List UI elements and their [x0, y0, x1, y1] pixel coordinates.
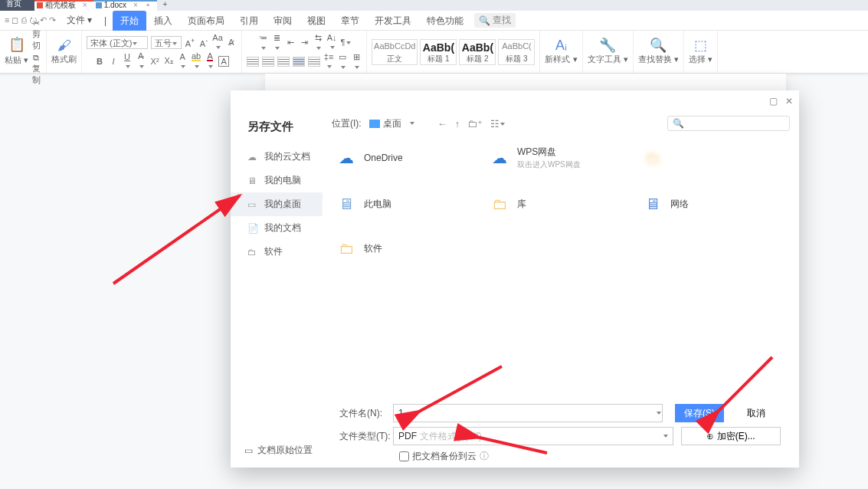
up-icon[interactable]: ↑	[455, 118, 460, 130]
style-heading2[interactable]: AaBb(标题 2	[459, 39, 496, 65]
view-icon[interactable]: ☷	[490, 118, 505, 130]
menu-tab-references[interactable]: 引用	[232, 11, 266, 31]
menu-tab-review[interactable]: 审阅	[266, 11, 300, 31]
subscript-button[interactable]: X₂	[163, 56, 174, 66]
tab-home[interactable]: 首页	[0, 0, 34, 11]
backup-checkbox-input[interactable]	[399, 451, 409, 461]
numbering-button[interactable]: ≣	[271, 33, 282, 52]
close-icon[interactable]: ×	[133, 1, 138, 9]
highlight-button[interactable]: ab	[191, 51, 201, 71]
grow-font-icon[interactable]: A+	[185, 37, 195, 48]
chevron-down-icon[interactable]	[657, 412, 661, 415]
copy-button[interactable]: ⧉ 复制	[31, 53, 41, 86]
strikethrough-button[interactable]: A̶	[136, 51, 146, 71]
grid-item-onedrive[interactable]: ☁OneDrive	[335, 146, 457, 170]
text-tool-icon[interactable]: 🔧	[599, 38, 616, 52]
format-painter-icon[interactable]: 🖌	[57, 38, 71, 52]
find-replace-label[interactable]: 查找替换 ▾	[638, 54, 679, 65]
sidebar-item-cloud[interactable]: ☁我的云文档	[231, 145, 323, 169]
close-icon[interactable]: ✕	[785, 96, 793, 107]
save-button[interactable]: 保存(S)	[675, 404, 724, 422]
cancel-button[interactable]: 取消	[732, 404, 781, 422]
grid-item-thispc[interactable]: 🖥此电脑	[335, 193, 457, 215]
shrink-font-icon[interactable]: A-	[198, 37, 209, 48]
menu-tab-devtools[interactable]: 开发工具	[367, 11, 419, 31]
file-menu[interactable]: 文件 ▾	[61, 14, 98, 27]
backup-checkbox[interactable]: 把文档备份到云 ⓘ	[399, 450, 489, 463]
select-label[interactable]: 选择 ▾	[689, 54, 712, 65]
style-heading1[interactable]: AaBb(标题 1	[420, 39, 457, 65]
file-grid: ☁OneDrive ☁WPS网盘双击进入WPS网盘 🗀 🖥此电脑 🗀库 🖥网络 …	[332, 135, 790, 262]
back-icon[interactable]: ←	[437, 118, 447, 130]
pin-icon[interactable]: ⚬	[145, 1, 151, 9]
align-distributed-button[interactable]	[308, 57, 320, 67]
align-right-button[interactable]	[277, 57, 290, 67]
outdent-button[interactable]: ⇤	[285, 38, 296, 48]
shading-button[interactable]: ▭	[337, 52, 348, 71]
char-border-button[interactable]: A	[218, 56, 229, 67]
menu-tab-layout[interactable]: 页面布局	[180, 11, 232, 31]
text-tool-label[interactable]: 文字工具 ▾	[588, 54, 628, 65]
new-folder-icon[interactable]: 🗀⁺	[467, 118, 483, 130]
italic-button[interactable]: I	[108, 57, 119, 66]
bullets-button[interactable]: ≔	[257, 33, 268, 52]
borders-button[interactable]: ⊞	[351, 52, 362, 71]
superscript-button[interactable]: X²	[149, 57, 160, 66]
align-justify-button[interactable]	[293, 57, 305, 67]
underline-button[interactable]: U	[122, 52, 133, 71]
find-replace-icon[interactable]: 🔍	[650, 38, 667, 52]
grid-item-software[interactable]: 🗀软件	[335, 238, 457, 259]
align-left-button[interactable]	[247, 57, 259, 67]
sidebar-item-software[interactable]: 🗀软件	[231, 240, 323, 264]
menu-tab-home[interactable]: 开始	[113, 11, 146, 31]
chevron-down-icon[interactable]	[410, 122, 414, 125]
filename-input[interactable]	[393, 404, 663, 422]
showmarks-button[interactable]: ¶	[340, 38, 351, 47]
new-tab-button[interactable]: +	[157, 0, 174, 8]
style-heading3[interactable]: AaBbC(标题 3	[498, 39, 535, 65]
bold-button[interactable]: B	[94, 57, 105, 66]
menu-tab-chapters[interactable]: 章节	[333, 11, 367, 31]
computer-icon: 🖥	[247, 176, 258, 186]
location-select[interactable]: 桌面	[369, 117, 401, 130]
close-icon[interactable]: ×	[83, 1, 87, 9]
font-size-select[interactable]: 五号	[151, 36, 182, 49]
dialog-search[interactable]: 🔍	[667, 116, 790, 131]
clear-format-icon[interactable]: A̷	[226, 38, 237, 48]
maximize-icon[interactable]: ▢	[769, 96, 778, 107]
sort-button[interactable]: A↓	[326, 33, 337, 51]
sidebar-item-documents[interactable]: 📄我的文档	[231, 216, 323, 240]
menu-tab-view[interactable]: 视图	[300, 11, 333, 31]
info-icon[interactable]: ⓘ	[480, 450, 489, 463]
menu-search[interactable]: 🔍 查找	[474, 13, 516, 28]
text-effects-button[interactable]: A	[177, 52, 188, 71]
location-label: 位置(I):	[332, 117, 362, 130]
font-family-select[interactable]: 宋体 (正文)	[87, 36, 148, 49]
sidebar-item-computer[interactable]: 🖥我的电脑	[231, 169, 323, 192]
cut-button[interactable]: ✂ 剪切	[31, 18, 41, 51]
grid-item-library[interactable]: 🗀库	[488, 193, 611, 215]
grid-item-network[interactable]: 🖥网络	[641, 193, 764, 215]
original-location[interactable]: ▭ 文档原始位置	[244, 444, 313, 457]
paste-label[interactable]: 粘贴 ▾	[5, 54, 28, 66]
select-icon[interactable]: ⬚	[694, 38, 707, 52]
grid-item-blurred[interactable]: 🗀	[641, 146, 764, 170]
encrypt-button[interactable]: ⊕ 加密(E)...	[681, 427, 781, 445]
line-spacing-button[interactable]: ‡≡	[323, 52, 334, 71]
menu-tab-special[interactable]: 特色功能	[419, 11, 471, 31]
tab-document[interactable]: 1.docx × ⚬	[93, 0, 157, 11]
new-style-icon[interactable]: Aᵢ	[555, 38, 567, 52]
tab-button[interactable]: ⇆	[313, 33, 323, 52]
align-center-button[interactable]	[262, 57, 274, 67]
font-color-button[interactable]: A	[205, 51, 215, 71]
sidebar-item-desktop[interactable]: ▭我的桌面	[231, 192, 323, 216]
tab-template[interactable]: 稻壳模板 ×	[34, 0, 93, 11]
paste-icon[interactable]: 📋	[8, 38, 25, 51]
filetype-select[interactable]: PDF文件格式(*.pdf)	[393, 427, 673, 445]
menu-tab-insert[interactable]: 插入	[146, 11, 180, 31]
change-case-icon[interactable]: Aa	[212, 33, 223, 51]
grid-item-wps[interactable]: ☁WPS网盘双击进入WPS网盘	[488, 146, 611, 170]
style-normal[interactable]: AaBbCcDd正文	[372, 39, 418, 65]
new-style-label[interactable]: 新样式 ▾	[545, 54, 577, 65]
indent-button[interactable]: ⇥	[299, 38, 310, 48]
